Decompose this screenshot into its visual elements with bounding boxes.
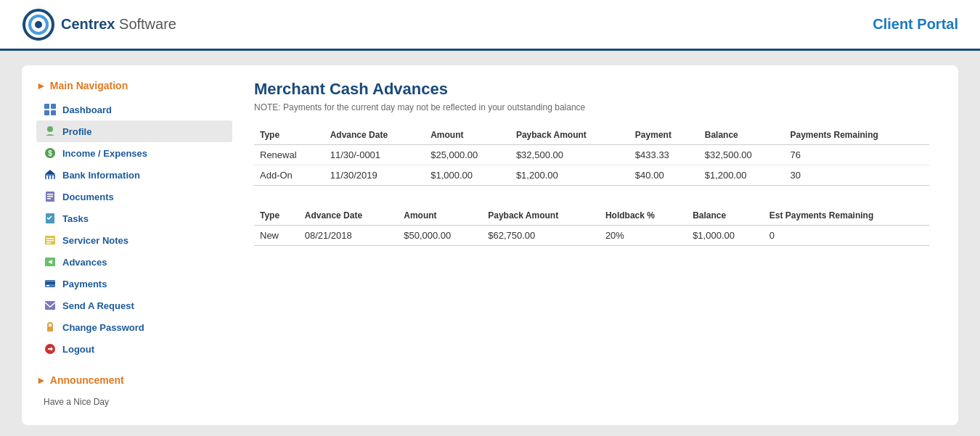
svg-rect-13 — [49, 176, 51, 179]
sidebar-item-dashboard[interactable]: Dashboard — [36, 99, 232, 120]
bank-icon — [44, 168, 57, 181]
svg-rect-28 — [46, 285, 49, 287]
sidebar-item-logout[interactable]: Logout — [36, 338, 232, 360]
svg-rect-30 — [47, 326, 53, 332]
sidebar-item-tasks[interactable]: Tasks — [36, 207, 232, 229]
dashboard-icon — [44, 103, 57, 116]
payments-icon — [44, 277, 57, 290]
logo-area: Centrex Software — [22, 8, 176, 41]
advances-icon — [44, 255, 57, 268]
svg-rect-16 — [47, 194, 53, 195]
announcement-chevron-icon: ► — [36, 374, 46, 386]
request-icon — [44, 299, 57, 312]
content-card: ► Main Navigation Dashboard Profile — [22, 65, 958, 425]
table-row: New08/21/2018$50,000.00$62,750.0020%$1,0… — [254, 226, 929, 246]
col-holdback-2: Holdback % — [600, 206, 687, 226]
svg-rect-12 — [46, 176, 48, 179]
announcement-text: Have a Nice Day — [36, 393, 232, 411]
main-nav-heading: ► Main Navigation — [36, 80, 232, 91]
svg-rect-29 — [45, 301, 55, 310]
sidebar-item-advances[interactable]: Advances — [36, 251, 232, 273]
svg-text:$: $ — [48, 149, 52, 157]
svg-rect-4 — [51, 104, 56, 109]
tasks-icon — [44, 212, 57, 225]
sidebar-item-servicer-notes[interactable]: Servicer Notes — [36, 229, 232, 251]
table-row: Add-On11/30/2019$1,000.00$1,200.00$40.00… — [254, 165, 929, 186]
svg-marker-11 — [45, 170, 55, 174]
svg-rect-3 — [44, 104, 49, 109]
col-amount-2: Amount — [398, 206, 482, 226]
income-icon: $ — [44, 147, 57, 160]
col-type-1: Type — [254, 126, 324, 145]
profile-icon — [44, 125, 57, 138]
col-payback-2: Payback Amount — [482, 206, 600, 226]
col-balance-2: Balance — [687, 206, 764, 226]
note-text: NOTE: Payments for the current day may n… — [254, 102, 929, 112]
sidebar-item-documents[interactable]: Documents — [36, 186, 232, 207]
sidebar-item-send-request[interactable]: Send A Request — [36, 295, 232, 316]
sidebar-item-payments[interactable]: Payments — [36, 273, 232, 295]
svg-rect-14 — [52, 176, 54, 179]
col-advance-date-2: Advance Date — [299, 206, 399, 226]
client-portal-label: Client Portal — [873, 16, 958, 33]
main-container: ► Main Navigation Dashboard Profile — [0, 51, 980, 436]
svg-rect-23 — [46, 242, 51, 244]
sidebar: ► Main Navigation Dashboard Profile — [36, 80, 240, 411]
announcement-heading: ► Announcement — [36, 374, 232, 386]
notes-icon — [44, 234, 57, 247]
advances-table-1: Type Advance Date Amount Payback Amount … — [254, 126, 929, 186]
main-content: Merchant Cash Advances NOTE: Payments fo… — [240, 80, 944, 411]
password-icon — [44, 321, 57, 334]
advances-table-2: Type Advance Date Amount Payback Amount … — [254, 206, 929, 246]
sidebar-item-bank[interactable]: Bank Information — [36, 164, 232, 186]
announcement-section: ► Announcement Have a Nice Day — [36, 374, 232, 411]
logout-icon — [44, 342, 57, 355]
svg-rect-22 — [46, 240, 54, 242]
col-est-remaining-2: Est Payments Remaining — [764, 206, 929, 226]
chevron-icon: ► — [36, 80, 46, 91]
svg-point-7 — [47, 126, 53, 132]
col-type-2: Type — [254, 206, 299, 226]
col-amount-1: Amount — [425, 126, 510, 145]
sidebar-item-change-password[interactable]: Change Password — [36, 316, 232, 338]
svg-rect-21 — [46, 238, 54, 239]
svg-rect-17 — [47, 196, 53, 197]
documents-icon — [44, 190, 57, 203]
header: Centrex Software Client Portal — [0, 0, 980, 51]
svg-rect-6 — [51, 110, 56, 115]
svg-rect-5 — [44, 110, 49, 115]
col-advance-date-1: Advance Date — [324, 126, 425, 145]
col-balance-1: Balance — [699, 126, 785, 145]
page-title: Merchant Cash Advances — [254, 80, 929, 99]
logo-icon — [22, 8, 55, 41]
svg-rect-27 — [45, 282, 55, 284]
table-row: Renewal11/30/-0001$25,000.00$32,500.00$4… — [254, 145, 929, 165]
sidebar-item-income[interactable]: $ Income / Expenses — [36, 142, 232, 164]
col-payment-1: Payment — [629, 126, 699, 145]
col-payback-1: Payback Amount — [510, 126, 629, 145]
svg-point-2 — [35, 21, 42, 28]
logo-text: Centrex Software — [61, 16, 176, 33]
sidebar-item-profile[interactable]: Profile — [36, 120, 232, 142]
col-remaining-1: Payments Remaining — [784, 126, 929, 145]
svg-rect-18 — [47, 198, 51, 200]
